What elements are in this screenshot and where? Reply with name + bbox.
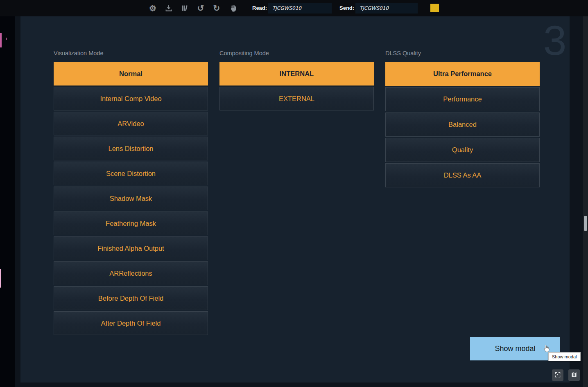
viz-internal-comp-video-button[interactable]: Internal Comp Video [54,87,208,110]
status-indicator [430,4,439,12]
library-icon[interactable] [180,4,189,13]
viz-finished-alpha-output-button[interactable]: Finished Alpha Output [54,236,208,260]
dlss-ultra-performance-button[interactable]: Ultra Performance [385,62,540,86]
refresh-icon[interactable]: ↻ [212,4,221,13]
viz-lens-distortion-button[interactable]: Lens Distortion [54,137,208,160]
read-input[interactable] [268,3,332,14]
visualization-mode-label: Visualization Mode [54,50,208,56]
topbar: ⚙ ↺ ↻ Read: Send: [0,0,588,16]
viz-shadow-mask-button[interactable]: Shadow Mask [54,187,208,210]
comp-internal-button[interactable]: INTERNAL [219,62,374,86]
dlss-balanced-button[interactable]: Balanced [385,112,540,137]
send-label: Send: [339,5,354,11]
viz-before-depth-of-field-button[interactable]: Before Depth Of Field [54,286,208,310]
gear-icon[interactable]: ⚙ [148,4,157,13]
video-artifact [0,269,1,288]
viz-after-depth-of-field-button[interactable]: After Depth Of Field [54,311,208,335]
app-window: ⚙ ↺ ↻ Read: Send: [0,0,588,387]
visualization-mode-group: Normal Internal Comp Video ARVideo Lens … [54,62,208,336]
dlss-performance-button[interactable]: Performance [385,87,540,111]
fullscreen-button[interactable] [552,369,563,381]
send-input[interactable] [355,3,418,14]
viz-scene-distortion-button[interactable]: Scene Distortion [54,162,208,185]
viz-feathering-mask-button[interactable]: Feathering Mask [54,212,208,235]
fullscreen-icon [554,371,561,379]
video-artifact [0,33,2,47]
dlss-quality-group: Ultra Performance Performance Balanced Q… [385,62,540,189]
viz-arvideo-button[interactable]: ARVideo [54,112,208,135]
show-modal-button[interactable]: Show modal [470,337,560,360]
scrollbar-thumb[interactable] [584,216,587,231]
tooltip: Show modal [548,352,581,361]
toolbar: ⚙ ↺ ↻ [148,0,237,16]
scrollbar[interactable] [583,16,588,387]
map-icon [571,371,577,379]
comp-external-button[interactable]: EXTERNAL [219,87,374,110]
left-edge-strip [0,16,15,387]
download-icon[interactable] [164,4,173,13]
dlss-quality-label: DLSS Quality [385,50,540,56]
dlss-as-aa-button[interactable]: DLSS As AA [385,163,540,187]
history-icon[interactable]: ↺ [196,4,205,13]
compositing-mode-label: Compositing Mode [219,50,374,56]
compositing-mode-group: INTERNAL EXTERNAL [219,62,374,112]
viz-arreflections-button[interactable]: ARReflections [54,261,208,285]
hand-icon[interactable] [228,4,237,13]
map-button[interactable] [568,369,580,381]
read-label: Read: [252,5,267,11]
dlss-quality-button[interactable]: Quality [385,138,540,162]
viz-normal-button[interactable]: Normal [54,62,208,86]
video-artifact [6,38,7,40]
